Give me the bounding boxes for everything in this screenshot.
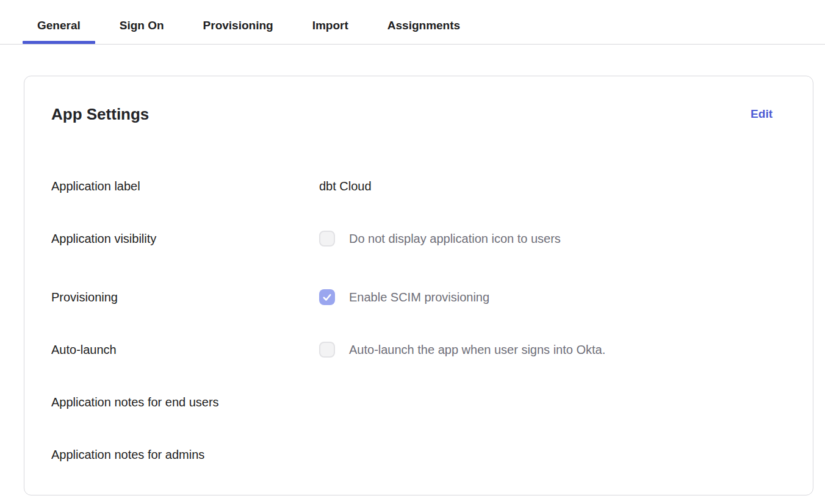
tab-provisioning-label: Provisioning bbox=[203, 19, 273, 32]
row-label: Application label bbox=[51, 179, 319, 193]
card-header: App Settings Edit bbox=[24, 76, 813, 125]
row-label: Application notes for end users bbox=[51, 395, 319, 409]
tab-sign-on[interactable]: Sign On bbox=[105, 0, 179, 44]
tab-general[interactable]: General bbox=[23, 0, 95, 44]
row-notes-end-users: Application notes for end users bbox=[24, 376, 813, 428]
application-visibility-text: Do not display application icon to users bbox=[349, 232, 561, 246]
tab-sign-on-label: Sign On bbox=[120, 19, 164, 32]
auto-launch-checkbox[interactable] bbox=[319, 342, 335, 358]
scim-provisioning-checkbox[interactable] bbox=[319, 289, 335, 305]
settings-rows: Application label dbt Cloud Application … bbox=[24, 160, 813, 481]
row-auto-launch: Auto-launch Auto-launch the app when use… bbox=[24, 323, 813, 376]
auto-launch-text: Auto-launch the app when user signs into… bbox=[349, 343, 605, 357]
tab-assignments[interactable]: Assignments bbox=[373, 0, 475, 44]
application-visibility-checkbox[interactable] bbox=[319, 231, 335, 247]
edit-button[interactable]: Edit bbox=[751, 105, 773, 123]
row-application-label: Application label dbt Cloud bbox=[24, 160, 813, 212]
tab-assignments-label: Assignments bbox=[387, 19, 460, 32]
row-provisioning: Provisioning Enable SCIM provisioning bbox=[24, 271, 813, 323]
tab-import-label: Import bbox=[312, 19, 348, 32]
tab-import[interactable]: Import bbox=[298, 0, 363, 44]
row-notes-admins: Application notes for admins bbox=[24, 428, 813, 481]
application-label-value: dbt Cloud bbox=[319, 179, 372, 193]
tab-provisioning[interactable]: Provisioning bbox=[189, 0, 288, 44]
auto-launch-value: Auto-launch the app when user signs into… bbox=[319, 342, 605, 358]
row-label: Auto-launch bbox=[51, 343, 319, 357]
checkmark-icon bbox=[322, 292, 333, 303]
provisioning-text: Enable SCIM provisioning bbox=[349, 290, 489, 304]
tab-general-label: General bbox=[37, 19, 81, 32]
provisioning-value: Enable SCIM provisioning bbox=[319, 289, 489, 305]
application-visibility-value: Do not display application icon to users bbox=[319, 231, 561, 247]
row-application-visibility: Application visibility Do not display ap… bbox=[24, 212, 813, 265]
app-tabbar: General Sign On Provisioning Import Assi… bbox=[0, 0, 825, 45]
card-title: App Settings bbox=[51, 103, 149, 125]
row-label: Application notes for admins bbox=[51, 448, 319, 462]
row-label: Application visibility bbox=[51, 232, 319, 246]
row-label: Provisioning bbox=[51, 290, 319, 304]
app-settings-card: App Settings Edit Application label dbt … bbox=[24, 76, 813, 495]
